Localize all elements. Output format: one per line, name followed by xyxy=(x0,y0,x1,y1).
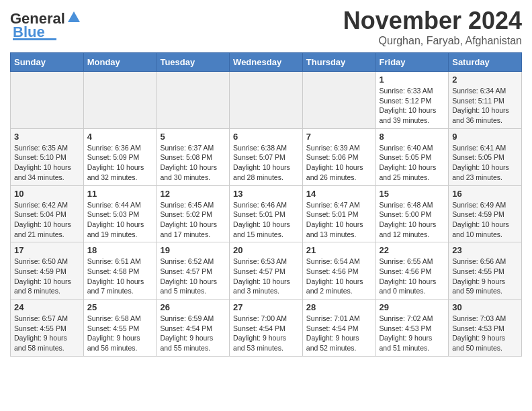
calendar-cell: 22Sunrise: 6:55 AMSunset: 4:56 PMDayligh… xyxy=(375,242,449,300)
day-info: Sunrise: 6:33 AMSunset: 5:12 PMDaylight:… xyxy=(380,86,445,126)
calendar-header-row: SundayMondayTuesdayWednesdayThursdayFrid… xyxy=(11,53,522,72)
day-info: Sunrise: 6:56 AMSunset: 4:55 PMDaylight:… xyxy=(452,257,518,296)
day-number: 27 xyxy=(233,302,299,312)
day-number: 26 xyxy=(160,302,226,312)
day-number: 28 xyxy=(306,302,372,312)
day-info: Sunrise: 6:37 AMSunset: 5:08 PMDaylight:… xyxy=(160,143,226,183)
calendar-cell: 28Sunrise: 7:01 AMSunset: 4:54 PMDayligh… xyxy=(302,300,375,357)
calendar-cell: 23Sunrise: 6:56 AMSunset: 4:55 PMDayligh… xyxy=(449,242,522,300)
day-info: Sunrise: 7:02 AMSunset: 4:53 PMDaylight:… xyxy=(380,314,445,353)
logo-icon xyxy=(66,10,81,25)
calendar-cell: 9Sunrise: 6:41 AMSunset: 5:05 PMDaylight… xyxy=(449,128,522,185)
column-header-thursday: Thursday xyxy=(302,53,375,72)
day-number: 1 xyxy=(380,75,445,85)
day-number: 6 xyxy=(233,132,299,142)
calendar-cell: 20Sunrise: 6:53 AMSunset: 4:57 PMDayligh… xyxy=(230,242,303,300)
page-header: General Blue November 2024 Qurghan, Fary… xyxy=(10,7,522,47)
column-header-monday: Monday xyxy=(83,53,157,72)
calendar-cell xyxy=(157,72,230,129)
svg-marker-0 xyxy=(68,11,80,22)
calendar-cell: 26Sunrise: 6:59 AMSunset: 4:54 PMDayligh… xyxy=(157,300,230,357)
day-info: Sunrise: 6:46 AMSunset: 5:01 PMDaylight:… xyxy=(233,200,299,240)
calendar-week-1: 1Sunrise: 6:33 AMSunset: 5:12 PMDaylight… xyxy=(11,72,522,129)
day-number: 19 xyxy=(160,245,226,255)
month-title: November 2024 xyxy=(343,7,522,35)
day-info: Sunrise: 7:00 AMSunset: 4:54 PMDaylight:… xyxy=(233,314,299,353)
day-info: Sunrise: 6:40 AMSunset: 5:05 PMDaylight:… xyxy=(380,143,445,183)
calendar-cell: 7Sunrise: 6:39 AMSunset: 5:06 PMDaylight… xyxy=(302,128,375,185)
day-info: Sunrise: 6:51 AMSunset: 4:58 PMDaylight:… xyxy=(87,257,153,296)
calendar-week-4: 17Sunrise: 6:50 AMSunset: 4:59 PMDayligh… xyxy=(11,242,522,300)
column-header-wednesday: Wednesday xyxy=(230,53,303,72)
calendar-cell: 1Sunrise: 6:33 AMSunset: 5:12 PMDaylight… xyxy=(375,72,449,129)
day-number: 5 xyxy=(160,132,226,142)
day-info: Sunrise: 6:59 AMSunset: 4:54 PMDaylight:… xyxy=(160,314,226,353)
calendar-cell: 14Sunrise: 6:47 AMSunset: 5:01 PMDayligh… xyxy=(302,185,375,242)
day-number: 10 xyxy=(14,189,80,199)
day-info: Sunrise: 6:38 AMSunset: 5:07 PMDaylight:… xyxy=(233,143,299,183)
calendar-week-2: 3Sunrise: 6:35 AMSunset: 5:10 PMDaylight… xyxy=(11,128,522,185)
calendar-cell: 15Sunrise: 6:48 AMSunset: 5:00 PMDayligh… xyxy=(375,185,449,242)
day-number: 21 xyxy=(306,245,372,255)
day-info: Sunrise: 6:34 AMSunset: 5:11 PMDaylight:… xyxy=(452,86,518,126)
column-header-tuesday: Tuesday xyxy=(157,53,230,72)
day-info: Sunrise: 6:42 AMSunset: 5:04 PMDaylight:… xyxy=(14,200,80,240)
day-info: Sunrise: 6:53 AMSunset: 4:57 PMDaylight:… xyxy=(233,257,299,296)
day-info: Sunrise: 6:45 AMSunset: 5:02 PMDaylight:… xyxy=(160,200,226,240)
calendar-cell: 21Sunrise: 6:54 AMSunset: 4:56 PMDayligh… xyxy=(302,242,375,300)
column-header-sunday: Sunday xyxy=(11,53,84,72)
column-header-friday: Friday xyxy=(375,53,449,72)
day-info: Sunrise: 6:48 AMSunset: 5:00 PMDaylight:… xyxy=(380,200,445,240)
day-number: 12 xyxy=(160,189,226,199)
day-info: Sunrise: 6:54 AMSunset: 4:56 PMDaylight:… xyxy=(306,257,372,296)
day-number: 22 xyxy=(380,245,445,255)
day-number: 15 xyxy=(380,189,445,199)
column-header-saturday: Saturday xyxy=(449,53,522,72)
calendar-cell: 27Sunrise: 7:00 AMSunset: 4:54 PMDayligh… xyxy=(230,300,303,357)
calendar-week-5: 24Sunrise: 6:57 AMSunset: 4:55 PMDayligh… xyxy=(11,300,522,357)
day-info: Sunrise: 6:50 AMSunset: 4:59 PMDaylight:… xyxy=(14,257,80,296)
day-number: 11 xyxy=(87,189,153,199)
calendar-table: SundayMondayTuesdayWednesdayThursdayFrid… xyxy=(10,52,522,357)
calendar-cell: 19Sunrise: 6:52 AMSunset: 4:57 PMDayligh… xyxy=(157,242,230,300)
day-number: 24 xyxy=(14,302,80,312)
day-number: 13 xyxy=(233,189,299,199)
day-number: 30 xyxy=(452,302,518,312)
day-number: 18 xyxy=(87,245,153,255)
calendar-cell: 12Sunrise: 6:45 AMSunset: 5:02 PMDayligh… xyxy=(157,185,230,242)
day-number: 20 xyxy=(233,245,299,255)
day-number: 9 xyxy=(452,132,518,142)
day-info: Sunrise: 6:58 AMSunset: 4:55 PMDaylight:… xyxy=(87,314,153,353)
day-number: 16 xyxy=(452,189,518,199)
day-number: 23 xyxy=(452,245,518,255)
day-info: Sunrise: 6:57 AMSunset: 4:55 PMDaylight:… xyxy=(14,314,80,353)
day-number: 17 xyxy=(14,245,80,255)
calendar-cell: 11Sunrise: 6:44 AMSunset: 5:03 PMDayligh… xyxy=(83,185,157,242)
day-info: Sunrise: 6:52 AMSunset: 4:57 PMDaylight:… xyxy=(160,257,226,296)
day-number: 7 xyxy=(306,132,372,142)
title-area: November 2024 Qurghan, Faryab, Afghanist… xyxy=(343,7,522,47)
day-info: Sunrise: 6:35 AMSunset: 5:10 PMDaylight:… xyxy=(14,143,80,183)
calendar-cell: 4Sunrise: 6:36 AMSunset: 5:09 PMDaylight… xyxy=(83,128,157,185)
day-number: 2 xyxy=(452,75,518,85)
day-info: Sunrise: 6:49 AMSunset: 4:59 PMDaylight:… xyxy=(452,200,518,240)
day-info: Sunrise: 6:36 AMSunset: 5:09 PMDaylight:… xyxy=(87,143,153,183)
calendar-cell: 10Sunrise: 6:42 AMSunset: 5:04 PMDayligh… xyxy=(11,185,84,242)
calendar-cell xyxy=(230,72,303,129)
day-info: Sunrise: 7:01 AMSunset: 4:54 PMDaylight:… xyxy=(306,314,372,353)
calendar-cell: 3Sunrise: 6:35 AMSunset: 5:10 PMDaylight… xyxy=(11,128,84,185)
day-number: 3 xyxy=(14,132,80,142)
calendar-cell: 2Sunrise: 6:34 AMSunset: 5:11 PMDaylight… xyxy=(449,72,522,129)
day-number: 29 xyxy=(380,302,445,312)
calendar-cell: 13Sunrise: 6:46 AMSunset: 5:01 PMDayligh… xyxy=(230,185,303,242)
day-number: 14 xyxy=(306,189,372,199)
day-info: Sunrise: 6:55 AMSunset: 4:56 PMDaylight:… xyxy=(380,257,445,296)
day-number: 4 xyxy=(87,132,153,142)
day-number: 25 xyxy=(87,302,153,312)
calendar-cell xyxy=(302,72,375,129)
calendar-cell: 5Sunrise: 6:37 AMSunset: 5:08 PMDaylight… xyxy=(157,128,230,185)
calendar-cell xyxy=(11,72,84,129)
calendar-cell: 24Sunrise: 6:57 AMSunset: 4:55 PMDayligh… xyxy=(11,300,84,357)
calendar-cell xyxy=(83,72,157,129)
calendar-cell: 16Sunrise: 6:49 AMSunset: 4:59 PMDayligh… xyxy=(449,185,522,242)
